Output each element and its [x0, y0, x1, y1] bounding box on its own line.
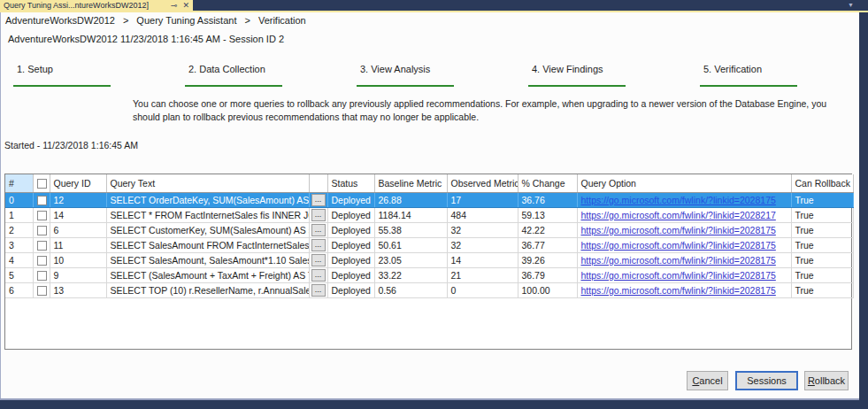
- row-checkbox[interactable]: [37, 241, 47, 251]
- row-checkbox[interactable]: [37, 256, 47, 266]
- table-row[interactable]: 2 6 SELECT CustomerKey, SUM(SalesAmount)…: [5, 222, 853, 237]
- step-view-findings: 4. View Findings: [516, 62, 687, 89]
- document-tab[interactable]: Query Tuning Assi...ntureWorksDW2012] ⊸ …: [0, 0, 193, 11]
- step-progress-line: [700, 85, 797, 87]
- query-id-cell: 6: [50, 222, 106, 237]
- query-text-expand-button[interactable]: ...: [311, 194, 326, 206]
- query-text-expand-button[interactable]: ...: [311, 269, 326, 282]
- column-header-observed-metric[interactable]: Observed Metric: [447, 174, 518, 192]
- row-checkbox[interactable]: [37, 271, 47, 281]
- close-icon[interactable]: ✕: [182, 1, 189, 10]
- table-row[interactable]: 6 13 SELECT TOP (10) r.ResellerName, r.A…: [5, 282, 853, 297]
- row-checkbox-cell[interactable]: [33, 267, 50, 282]
- table-row[interactable]: 3 11 SELECT SalesAmount FROM FactInterne…: [5, 237, 853, 252]
- row-checkbox-cell[interactable]: [33, 282, 50, 297]
- pct-change-cell: 39.26: [518, 252, 577, 267]
- row-index-cell[interactable]: 5: [5, 267, 33, 282]
- row-index-cell[interactable]: 4: [5, 252, 33, 267]
- pct-change-cell: 36.76: [518, 192, 577, 207]
- expand-cell: ...: [309, 192, 327, 207]
- query-option-link[interactable]: https://go.microsoft.com/fwlink/?linkid=…: [581, 195, 776, 205]
- query-text-expand-button[interactable]: ...: [311, 209, 326, 221]
- tab-overflow-dropdown-icon[interactable]: ▼: [848, 2, 854, 8]
- cancel-button[interactable]: Cancel: [687, 371, 728, 390]
- query-option-link[interactable]: https://go.microsoft.com/fwlink/?linkid=…: [581, 240, 776, 251]
- step-progress-line: [528, 85, 626, 87]
- session-started-timestamp: Started - 11/23/2018 1:16:45 AM: [4, 140, 138, 150]
- grid-header-row: # Query ID Query Text Status Baseline Me…: [5, 174, 853, 192]
- pct-change-cell: 36.77: [518, 237, 577, 252]
- query-option-cell: https://go.microsoft.com/fwlink/?linkid=…: [577, 252, 791, 267]
- pct-change-cell: 42.22: [518, 222, 577, 237]
- query-text-expand-button[interactable]: ...: [311, 284, 326, 297]
- column-header-baseline-metric[interactable]: Baseline Metric: [374, 174, 447, 192]
- query-id-cell: 9: [50, 267, 106, 282]
- page-description: You can choose one or more queries to ro…: [133, 97, 851, 123]
- query-id-cell: 14: [50, 207, 106, 222]
- query-option-link[interactable]: https://go.microsoft.com/fwlink/?linkid=…: [581, 270, 776, 281]
- row-index-cell[interactable]: 0: [5, 192, 33, 207]
- query-option-link[interactable]: https://go.microsoft.com/fwlink/?linkid=…: [581, 285, 776, 296]
- observed-metric-cell: 32: [447, 222, 518, 237]
- baseline-metric-cell: 1184.14: [374, 207, 447, 222]
- step-data-collection: 2. Data Collection: [173, 62, 344, 89]
- breadcrumb-database[interactable]: AdventureWorksDW2012: [5, 15, 115, 26]
- column-header-index[interactable]: #: [5, 174, 33, 192]
- query-option-link[interactable]: https://go.microsoft.com/fwlink/?linkid=…: [581, 225, 776, 235]
- baseline-metric-cell: 0.56: [374, 282, 447, 297]
- row-index-cell[interactable]: 3: [5, 237, 33, 252]
- pct-change-cell: 59.13: [518, 207, 577, 222]
- breadcrumb-assistant[interactable]: Query Tuning Assistant: [136, 15, 236, 26]
- row-checkbox[interactable]: [37, 211, 47, 220]
- expand-cell: ...: [309, 252, 327, 267]
- row-checkbox[interactable]: [37, 196, 47, 205]
- rollback-button[interactable]: Rollback: [804, 371, 849, 390]
- column-header-status[interactable]: Status: [327, 174, 374, 192]
- document-tab-title: Query Tuning Assi...ntureWorksDW2012]: [4, 0, 165, 11]
- status-cell: Deployed: [327, 252, 374, 267]
- query-text-expand-button[interactable]: ...: [311, 224, 326, 236]
- observed-metric-cell: 32: [447, 237, 518, 252]
- table-row[interactable]: 4 10 SELECT SalesAmount, SalesAmount*1.1…: [5, 252, 853, 267]
- query-option-cell: https://go.microsoft.com/fwlink/?linkid=…: [577, 222, 791, 237]
- table-row[interactable]: 1 14 SELECT * FROM FactInternetSales fis…: [5, 207, 853, 222]
- query-text-expand-button[interactable]: ...: [311, 254, 326, 266]
- query-id-cell: 11: [50, 237, 106, 252]
- query-option-link[interactable]: https://go.microsoft.com/fwlink/?linkid=…: [581, 255, 776, 266]
- breadcrumb-verification[interactable]: Verification: [258, 15, 306, 26]
- row-checkbox[interactable]: [37, 226, 47, 235]
- can-rollback-cell: True: [791, 282, 853, 297]
- row-index-cell[interactable]: 2: [5, 222, 33, 237]
- baseline-metric-cell: 26.88: [374, 192, 447, 207]
- row-checkbox-cell[interactable]: [33, 222, 50, 237]
- query-text-cell: SELECT OrderDateKey, SUM(SalesAmount) AS…: [106, 192, 309, 207]
- breadcrumb: AdventureWorksDW2012 > Query Tuning Assi…: [5, 15, 306, 26]
- column-header-query-text[interactable]: Query Text: [106, 174, 309, 192]
- row-checkbox[interactable]: [37, 286, 47, 296]
- select-all-checkbox[interactable]: [37, 179, 47, 189]
- step-view-analysis: 3. View Analysis: [344, 62, 516, 89]
- column-header-can-rollback[interactable]: Can Rollback: [791, 174, 853, 192]
- column-header-query-option[interactable]: Query Option: [577, 174, 791, 192]
- row-checkbox-cell[interactable]: [33, 252, 50, 267]
- column-header-pct-change[interactable]: % Change: [518, 174, 577, 192]
- column-header-select-all[interactable]: [33, 174, 50, 192]
- sessions-button[interactable]: Sessions: [735, 371, 798, 390]
- observed-metric-cell: 14: [447, 252, 518, 267]
- row-checkbox-cell[interactable]: [33, 192, 50, 207]
- status-cell: Deployed: [327, 267, 374, 282]
- breadcrumb-separator: >: [244, 15, 250, 26]
- query-option-link[interactable]: https://go.microsoft.com/fwlink/?linkid=…: [581, 210, 776, 220]
- wizard-steps: 1. Setup 2. Data Collection 3. View Anal…: [1, 62, 859, 89]
- row-checkbox-cell[interactable]: [33, 237, 50, 252]
- table-row[interactable]: 5 9 SELECT (SalesAmount + TaxAmt + Freig…: [5, 267, 853, 282]
- query-text-expand-button[interactable]: ...: [311, 239, 326, 251]
- row-checkbox-cell[interactable]: [33, 207, 50, 222]
- can-rollback-cell: True: [791, 252, 853, 267]
- column-header-query-id[interactable]: Query ID: [50, 174, 106, 192]
- row-index-cell[interactable]: 1: [5, 207, 33, 222]
- pin-icon[interactable]: ⊸: [171, 1, 178, 10]
- query-text-cell: SELECT SalesAmount, SalesAmount*1.10 Sal…: [106, 252, 309, 267]
- row-index-cell[interactable]: 6: [5, 282, 33, 297]
- table-row[interactable]: 0 12 SELECT OrderDateKey, SUM(SalesAmoun…: [5, 192, 853, 207]
